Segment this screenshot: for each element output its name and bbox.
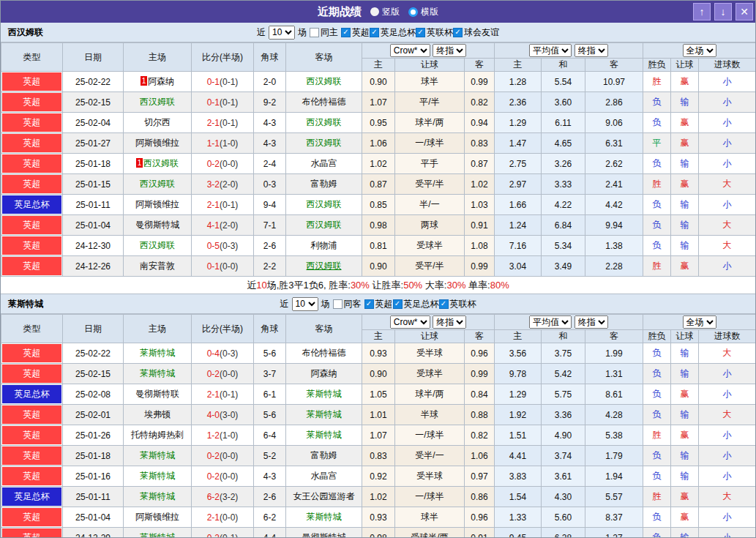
avg-draw-cell: 6.28	[542, 528, 585, 538]
scope-select[interactable]: 全场	[683, 315, 716, 329]
league-filter-group: ✓英超✓英足总杯✓英联杯✓球会友谊	[341, 26, 499, 39]
avg-home-cell: 1.92	[495, 405, 542, 425]
odds-provider-select[interactable]: Crow*	[390, 315, 430, 329]
checkbox-checked-icon: ✓	[453, 28, 463, 37]
home-team-link[interactable]: 莱斯特城	[140, 368, 175, 378]
league-cell: 英足总杯	[1, 487, 63, 507]
average-select[interactable]: 平均值	[529, 44, 572, 57]
match-count-select[interactable]: 10	[292, 297, 318, 311]
away-team-link[interactable]: 西汉姆联	[307, 261, 342, 271]
avg-away-cell: 1.79	[585, 446, 643, 466]
home-team-link[interactable]: 西汉姆联	[140, 179, 175, 189]
league-filter-checkbox[interactable]: ✓英超	[341, 26, 370, 39]
home-team-link[interactable]: 曼彻斯特城	[135, 220, 179, 230]
home-team-link[interactable]: 莱斯特城	[140, 450, 175, 460]
corner-cell: 4-3	[254, 113, 286, 133]
move-up-button[interactable]: ↑	[693, 3, 711, 20]
home-team-link[interactable]: 莱斯特城	[140, 471, 175, 481]
home-team-link[interactable]: 曼彻斯特联	[135, 389, 179, 399]
layout-horizontal-radio[interactable]: 横版	[408, 6, 438, 18]
home-team-link[interactable]: 阿斯顿维拉	[135, 199, 179, 209]
away-team-link[interactable]: 莱斯特城	[307, 389, 342, 399]
result-cell: 负	[643, 195, 671, 215]
away-team-link[interactable]: 富勒姆	[311, 450, 337, 460]
avg-away-cell: 2.41	[585, 174, 643, 195]
away-team-link[interactable]: 布伦特福德	[302, 97, 346, 107]
odds-home-cell: 0.95	[362, 113, 395, 133]
away-team-link[interactable]: 水晶宫	[311, 471, 337, 481]
home-team-link[interactable]: 西汉姆联	[143, 158, 179, 168]
home-team-link[interactable]: 莱斯特城	[140, 532, 175, 538]
team-section-west-ham: 西汉姆联 近 10 场 同主 ✓英超✓英足总杯✓英联杯✓球会友谊	[1, 23, 755, 294]
odds-home-cell: 0.85	[362, 195, 395, 215]
move-down-button[interactable]: ↓	[714, 3, 732, 20]
close-icon: ✕	[740, 6, 749, 18]
away-team-cell: 莱斯特城	[286, 425, 362, 446]
layout-vertical-radio[interactable]: 竖版	[370, 6, 400, 18]
away-team-link[interactable]: 布伦特福德	[302, 348, 346, 358]
scope-select[interactable]: 全场	[683, 44, 716, 57]
league-filter-checkbox[interactable]: ✓英超	[364, 298, 393, 310]
away-team-link[interactable]: 西汉姆联	[307, 199, 342, 209]
odds-stage-select[interactable]: 终指	[433, 315, 466, 329]
same-away-checkbox[interactable]: 同客	[333, 298, 362, 310]
odds-stage-select[interactable]: 终指	[433, 44, 466, 57]
home-team-link[interactable]: 阿斯顿维拉	[135, 138, 179, 148]
away-team-link[interactable]: 西汉姆联	[307, 220, 342, 230]
average-stage-select[interactable]: 终指	[575, 315, 608, 329]
close-button[interactable]: ✕	[736, 3, 753, 20]
date-cell: 24-12-26	[63, 256, 124, 277]
away-team-link[interactable]: 莱斯特城	[307, 409, 342, 419]
league-filter-checkbox[interactable]: ✓英联杯	[439, 298, 476, 310]
same-away-label: 同客	[344, 298, 362, 310]
away-team-link[interactable]: 西汉姆联	[307, 76, 342, 86]
home-team-cell: 埃弗顿	[124, 405, 192, 425]
away-team-cell: 女王公园巡游者	[286, 487, 362, 507]
home-team-link[interactable]: 西汉姆联	[140, 240, 175, 250]
home-team-link[interactable]: 莱斯特城	[140, 348, 175, 358]
league-badge: 英超	[2, 467, 61, 485]
away-team-link[interactable]: 女王公园巡游者	[293, 491, 355, 501]
league-filter-checkbox[interactable]: ✓英足总杯	[393, 298, 439, 310]
away-team-link[interactable]: 富勒姆	[311, 179, 337, 189]
team-filter-bar: 莱斯特城 近 10 场 同客 ✓英超✓英足总杯✓英联杯	[1, 294, 755, 314]
average-stage-select[interactable]: 终指	[575, 44, 608, 57]
match-count-select[interactable]: 10	[269, 26, 295, 40]
home-team-link[interactable]: 西汉姆联	[140, 97, 175, 107]
away-team-link[interactable]: 西汉姆联	[307, 117, 342, 127]
league-filter-checkbox[interactable]: ✓英足总杯	[370, 26, 416, 39]
odds-provider-select[interactable]: Crow*	[390, 44, 430, 57]
col-type: 类型	[1, 315, 63, 343]
handicap-result-cell: 输	[671, 195, 699, 215]
col-date: 日期	[63, 315, 124, 343]
home-team-link[interactable]: 阿森纳	[148, 76, 174, 86]
recent-prefix-label: 近	[280, 298, 289, 310]
away-team-cell: 水晶宫	[286, 154, 362, 174]
results-table: 类型 日期 主场 比分(半场) 角球 客场 Crow* 终指 平均值 终指	[1, 42, 756, 277]
away-team-link[interactable]: 曼彻斯特城	[302, 532, 346, 538]
away-team-link[interactable]: 莱斯特城	[307, 512, 342, 522]
away-team-link[interactable]: 西汉姆联	[307, 138, 342, 148]
same-home-checkbox[interactable]: 同主	[310, 26, 338, 39]
away-team-link[interactable]: 水晶宫	[311, 158, 337, 168]
odds-home-cell: 1.06	[362, 133, 395, 154]
away-team-link[interactable]: 阿森纳	[311, 368, 337, 378]
home-team-link[interactable]: 南安普敦	[140, 261, 175, 271]
home-team-link[interactable]: 莱斯特城	[140, 491, 175, 501]
away-team-link[interactable]: 利物浦	[311, 240, 337, 250]
away-team-cell: 富勒姆	[286, 446, 362, 466]
league-filter-checkbox[interactable]: ✓英联杯	[416, 26, 453, 39]
home-team-link[interactable]: 埃弗顿	[144, 409, 171, 419]
home-team-link[interactable]: 阿斯顿维拉	[135, 512, 179, 522]
avg-draw-cell: 3.60	[542, 92, 585, 113]
odds-dropdowns: Crow* 终指	[362, 43, 495, 59]
away-team-link[interactable]: 莱斯特城	[307, 430, 342, 440]
odds-handicap-cell: 受球半/两	[395, 528, 465, 538]
goals-result-cell: 小	[699, 154, 756, 174]
col-odds-away: 客	[465, 330, 495, 343]
home-team-link[interactable]: 切尔西	[144, 117, 171, 127]
average-select[interactable]: 平均值	[529, 315, 572, 329]
league-filter-checkbox[interactable]: ✓球会友谊	[453, 26, 499, 39]
avg-home-cell: 1.47	[495, 133, 542, 154]
home-team-link[interactable]: 托特纳姆热刺	[131, 430, 184, 440]
